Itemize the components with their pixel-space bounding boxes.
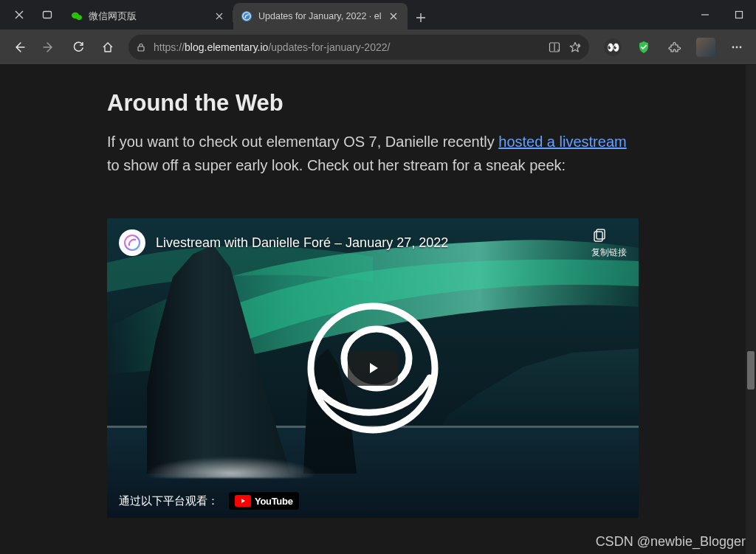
- video-top-bar: Livestream with Danielle Foré – January …: [107, 218, 639, 267]
- article: Around the Web If you want to check out …: [107, 65, 639, 518]
- scrollbar-thumb[interactable]: [747, 351, 755, 389]
- scrollbar-track[interactable]: [746, 65, 756, 554]
- tab-label: Updates for January, 2022 · ele: [258, 11, 381, 21]
- svg-rect-0: [44, 12, 52, 18]
- titlebar: 微信网页版 Updates for January, 2022 · ele: [0, 0, 756, 30]
- youtube-text: YouTube: [255, 496, 293, 507]
- play-area: [299, 294, 447, 442]
- intro-paragraph: If you want to check out elementary OS 7…: [107, 130, 639, 177]
- refresh-button[interactable]: [65, 34, 92, 60]
- extension-shield[interactable]: [630, 34, 657, 60]
- svg-rect-15: [597, 229, 605, 239]
- tab-elementary-blog[interactable]: Updates for January, 2022 · ele: [233, 3, 408, 30]
- url-path: /updates-for-january-2022/: [268, 41, 390, 53]
- new-tab-button[interactable]: [409, 6, 433, 30]
- para-before-link: If you want to check out elementary OS 7…: [107, 134, 498, 150]
- url-text: https://blog.elementary.io/updates-for-j…: [154, 41, 540, 53]
- svg-marker-19: [370, 363, 378, 373]
- watch-on-label: 通过以下平台观看：: [119, 494, 219, 508]
- svg-point-14: [125, 235, 140, 250]
- tab-strip: 微信网页版 Updates for January, 2022 · ele: [63, 0, 688, 30]
- elementary-icon: [241, 10, 252, 22]
- svg-point-11: [736, 46, 738, 48]
- wechat-icon: [71, 10, 83, 22]
- video-bottom-bar: 通过以下平台观看： YouTube: [107, 484, 639, 518]
- svg-rect-16: [594, 232, 602, 241]
- svg-point-12: [740, 46, 742, 48]
- toolbar: https://blog.elementary.io/updates-for-j…: [0, 30, 756, 65]
- favorite-icon[interactable]: [568, 41, 582, 54]
- address-actions: [548, 41, 582, 54]
- address-bar[interactable]: https://blog.elementary.io/updates-for-j…: [128, 35, 589, 60]
- svg-marker-20: [241, 499, 245, 503]
- channel-logo[interactable]: [119, 229, 145, 256]
- forward-button[interactable]: [35, 34, 62, 60]
- profile-button[interactable]: [693, 34, 719, 60]
- browser-window: 微信网页版 Updates for January, 2022 · ele: [0, 0, 756, 554]
- home-button[interactable]: [94, 34, 121, 60]
- tab-wechat[interactable]: 微信网页版: [63, 3, 233, 30]
- page-content: Around the Web If you want to check out …: [0, 65, 746, 554]
- video-copy-link[interactable]: 复制链接: [591, 227, 627, 259]
- back-button[interactable]: [6, 34, 32, 60]
- copy-label: 复制链接: [591, 246, 627, 259]
- youtube-link[interactable]: YouTube: [229, 492, 299, 510]
- play-button[interactable]: [348, 350, 398, 386]
- avatar: [696, 38, 715, 57]
- url-host: blog.elementary.io: [185, 41, 268, 53]
- close-tab-icon[interactable]: [387, 10, 400, 23]
- para-after-link: to show off a super early look. Check ou…: [107, 157, 566, 173]
- maximize-button[interactable]: [722, 0, 756, 30]
- close-icon[interactable]: [9, 4, 30, 25]
- svg-point-3: [73, 14, 75, 15]
- livestream-link[interactable]: hosted a livestream: [498, 134, 626, 150]
- svg-point-10: [732, 46, 735, 48]
- titlebar-left-controls: [6, 0, 63, 30]
- svg-point-4: [76, 14, 78, 15]
- sea-foam: [142, 456, 320, 478]
- section-heading: Around the Web: [107, 90, 639, 117]
- minimize-button[interactable]: [688, 0, 722, 30]
- reader-mode-icon[interactable]: [548, 41, 561, 54]
- svg-rect-8: [138, 46, 144, 51]
- svg-rect-7: [736, 12, 743, 18]
- tab-overview-icon[interactable]: [37, 4, 58, 25]
- window-controls: [688, 0, 756, 30]
- lock-icon: [136, 42, 146, 52]
- tab-label: 微信网页版: [89, 10, 207, 23]
- menu-button[interactable]: [724, 34, 750, 60]
- extension-eyes[interactable]: 👀: [599, 34, 626, 60]
- eyes-icon: 👀: [604, 38, 622, 56]
- url-prefix: https://: [154, 41, 185, 53]
- video-embed[interactable]: Livestream with Danielle Foré – January …: [107, 218, 639, 518]
- copy-icon: [591, 227, 627, 243]
- extensions-button[interactable]: [662, 34, 688, 60]
- watermark: CSDN @newbie_Blogger: [596, 534, 746, 550]
- close-tab-icon[interactable]: [213, 10, 226, 23]
- toolbar-right: 👀: [597, 34, 750, 60]
- viewport: Around the Web If you want to check out …: [0, 65, 756, 554]
- youtube-icon: [235, 495, 251, 507]
- video-title[interactable]: Livestream with Danielle Foré – January …: [156, 235, 448, 251]
- svg-point-2: [76, 15, 82, 20]
